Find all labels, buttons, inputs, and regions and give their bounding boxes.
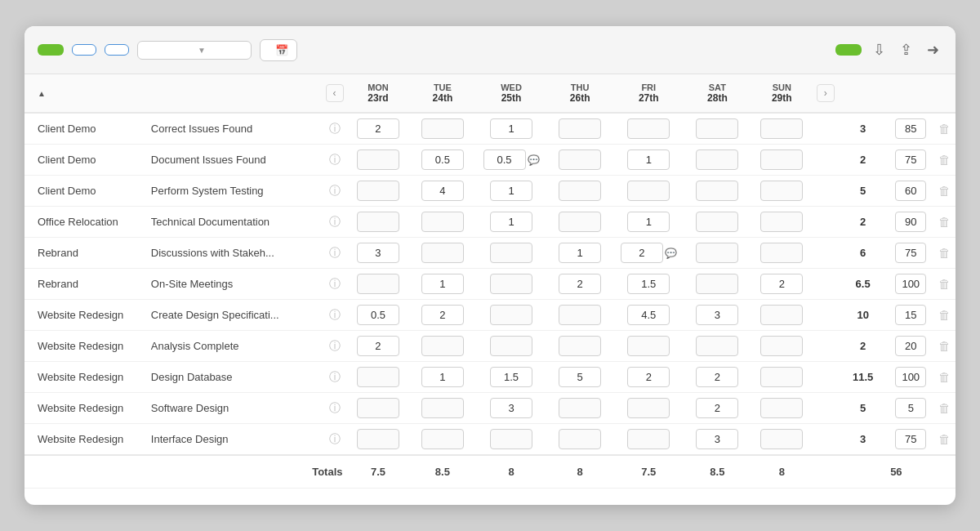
next-week-nav[interactable]: ›	[814, 74, 837, 113]
info-icon[interactable]: ⓘ	[329, 122, 341, 135]
time-input-row4-day2[interactable]	[490, 243, 532, 263]
pct-input-row5[interactable]	[895, 274, 926, 294]
time-input-row4-day0[interactable]	[357, 243, 399, 263]
time-input-row3-day0[interactable]	[357, 212, 399, 232]
time-input-row2-day2[interactable]	[490, 181, 532, 201]
time-input-row9-day5[interactable]	[696, 398, 738, 418]
time-input-row8-day2[interactable]	[490, 367, 532, 387]
info-icon[interactable]: ⓘ	[329, 432, 341, 445]
time-input-row9-day4[interactable]	[627, 398, 670, 418]
time-input-row4-day4[interactable]	[621, 243, 663, 263]
time-input-row10-day0[interactable]	[357, 429, 399, 449]
time-input-row1-day4[interactable]	[627, 149, 670, 170]
time-input-row8-day4[interactable]	[627, 367, 670, 387]
prev-week-nav[interactable]: ‹	[323, 74, 346, 113]
time-input-row0-day5[interactable]	[696, 118, 738, 139]
time-input-row0-day2[interactable]	[490, 118, 532, 139]
info-icon[interactable]: ⓘ	[329, 339, 341, 352]
time-input-row5-day0[interactable]	[357, 274, 399, 294]
comment-icon[interactable]: 💬	[665, 248, 677, 259]
info-icon[interactable]: ⓘ	[329, 215, 341, 228]
time-input-row10-day5[interactable]	[696, 429, 738, 449]
time-input-row1-day6[interactable]	[760, 149, 803, 170]
time-input-row5-day3[interactable]	[559, 274, 601, 294]
time-input-row0-day0[interactable]	[357, 118, 399, 139]
delete-icon[interactable]: 🗑	[938, 432, 951, 446]
time-input-row4-day5[interactable]	[696, 243, 738, 263]
delete-icon[interactable]: 🗑	[938, 215, 951, 229]
share-button[interactable]: ⇪	[897, 38, 915, 62]
copy-last-week-button[interactable]	[72, 44, 96, 56]
time-input-row4-day1[interactable]	[421, 243, 464, 263]
time-input-row6-day6[interactable]	[760, 305, 803, 325]
add-tasks-button[interactable]	[38, 44, 64, 56]
time-input-row8-day0[interactable]	[357, 367, 399, 387]
info-icon[interactable]: ⓘ	[329, 246, 341, 259]
time-input-row10-day6[interactable]	[760, 429, 803, 449]
time-input-row9-day6[interactable]	[760, 398, 803, 418]
time-input-row2-day0[interactable]	[357, 181, 399, 201]
info-icon[interactable]: ⓘ	[329, 308, 341, 321]
time-input-row1-day5[interactable]	[696, 149, 738, 170]
delete-icon[interactable]: 🗑	[938, 122, 951, 136]
time-input-row6-day0[interactable]	[357, 305, 399, 325]
save-button[interactable]	[835, 44, 862, 56]
delete-icon[interactable]: 🗑	[938, 184, 951, 198]
prev-week-button[interactable]: ‹	[326, 84, 344, 102]
time-input-row9-day2[interactable]	[490, 398, 532, 418]
time-input-row7-day0[interactable]	[357, 336, 399, 356]
more-share-button[interactable]: ➜	[924, 38, 942, 62]
pct-input-row9[interactable]	[895, 398, 926, 418]
delete-icon[interactable]: 🗑	[938, 370, 951, 384]
time-input-row9-day0[interactable]	[357, 398, 399, 418]
pct-input-row8[interactable]	[895, 367, 926, 387]
time-input-row9-day3[interactable]	[559, 398, 601, 418]
time-input-row3-day6[interactable]	[760, 212, 803, 232]
time-input-row0-day3[interactable]	[559, 118, 601, 139]
delete-icon[interactable]: 🗑	[938, 277, 951, 291]
time-input-row8-day3[interactable]	[559, 367, 601, 387]
download-button[interactable]: ⇩	[870, 38, 889, 62]
delete-icon[interactable]: 🗑	[938, 308, 951, 322]
time-input-row10-day1[interactable]	[421, 429, 464, 449]
time-input-row5-day6[interactable]	[760, 274, 803, 294]
time-input-row8-day5[interactable]	[696, 367, 738, 387]
time-input-row6-day4[interactable]	[627, 305, 670, 325]
time-input-row6-day2[interactable]	[490, 305, 532, 325]
time-input-row5-day5[interactable]	[696, 274, 738, 294]
info-icon[interactable]: ⓘ	[329, 370, 341, 383]
info-icon[interactable]: ⓘ	[329, 184, 341, 197]
time-input-row10-day4[interactable]	[627, 429, 670, 449]
pct-input-row6[interactable]	[895, 305, 926, 325]
time-input-row0-day4[interactable]	[627, 118, 670, 139]
time-input-row1-day3[interactable]	[559, 149, 601, 170]
pct-input-row3[interactable]	[895, 212, 926, 232]
auto-fill-button[interactable]	[105, 44, 129, 56]
info-icon[interactable]: ⓘ	[329, 277, 341, 290]
time-input-row3-day5[interactable]	[696, 212, 738, 232]
time-input-row5-day2[interactable]	[490, 274, 532, 294]
time-input-row8-day1[interactable]	[421, 367, 464, 387]
time-input-row0-day1[interactable]	[421, 118, 464, 139]
time-input-row7-day6[interactable]	[760, 336, 803, 356]
time-input-row7-day5[interactable]	[696, 336, 738, 356]
time-input-row6-day5[interactable]	[696, 305, 738, 325]
time-input-row3-day1[interactable]	[421, 212, 464, 232]
time-input-row7-day4[interactable]	[627, 336, 670, 356]
time-input-row5-day4[interactable]	[627, 274, 670, 294]
delete-icon[interactable]: 🗑	[938, 153, 951, 167]
delete-icon[interactable]: 🗑	[938, 401, 951, 415]
time-input-row3-day3[interactable]	[559, 212, 601, 232]
info-icon[interactable]: ⓘ	[329, 401, 341, 414]
time-input-row2-day1[interactable]	[421, 181, 464, 201]
time-input-row0-day6[interactable]	[760, 118, 803, 139]
pct-input-row2[interactable]	[895, 181, 926, 201]
time-input-row7-day1[interactable]	[421, 336, 464, 356]
date-picker[interactable]: 📅	[260, 39, 297, 61]
time-input-row1-day1[interactable]	[421, 149, 464, 170]
pct-input-row0[interactable]	[895, 118, 926, 139]
pct-input-row10[interactable]	[895, 429, 926, 449]
pct-input-row4[interactable]	[895, 243, 926, 263]
time-input-row1-day0[interactable]	[357, 149, 399, 170]
time-input-row7-day2[interactable]	[490, 336, 532, 356]
